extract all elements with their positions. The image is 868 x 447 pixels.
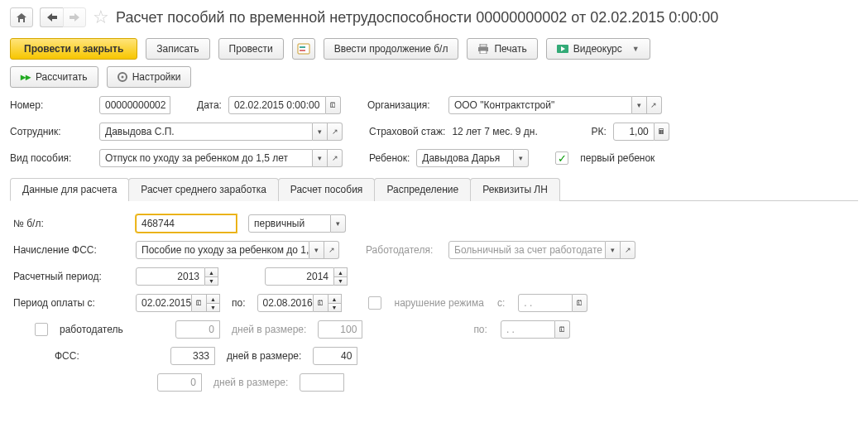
- calendar-icon: 🗓: [555, 320, 570, 339]
- violation-to-label: по:: [473, 324, 487, 335]
- svg-rect-5: [480, 50, 487, 54]
- page-title: Расчет пособий по временной нетрудоспосо…: [116, 9, 718, 26]
- gear-icon: [117, 72, 127, 82]
- dropdown-icon[interactable]: ▾: [632, 96, 647, 114]
- calendar-icon[interactable]: 🗓: [192, 294, 207, 312]
- fss-charge-field[interactable]: Пособие по уходу за ребенком до 1,5 ▾ ↗: [136, 241, 339, 259]
- dropdown-icon[interactable]: ▾: [331, 214, 346, 233]
- first-child-checkbox[interactable]: ✓: [555, 151, 568, 165]
- first-child-label: первый ребенок: [580, 152, 655, 164]
- child-label: Ребенок:: [369, 152, 410, 164]
- days-label: дней в размере:: [232, 324, 306, 335]
- pay-to-field[interactable]: 02.08.2016 🗓 ▲▼: [257, 294, 342, 312]
- pay-period-label: Период оплаты с:: [13, 297, 129, 309]
- svg-point-8: [121, 76, 123, 79]
- row3-pct-field: [300, 373, 344, 392]
- violation-from-field: . . 🗓: [518, 294, 587, 312]
- open-icon[interactable]: ↗: [324, 241, 339, 259]
- calc-icon[interactable]: 🖩: [655, 123, 669, 141]
- days-label: дней в размере:: [213, 377, 288, 388]
- pay-from-field[interactable]: 02.02.2015 🗓 ▲▼: [136, 294, 220, 312]
- continue-button[interactable]: Ввести продолжение б/л: [324, 38, 459, 60]
- benefit-field[interactable]: Отпуск по уходу за ребенком до 1,5 лет ▾…: [99, 149, 343, 167]
- employer-row-label: работодатель: [60, 324, 142, 335]
- print-button[interactable]: Печать: [467, 38, 537, 60]
- benefit-label: Вид пособия:: [10, 152, 93, 164]
- spin-up-icon[interactable]: ▲: [334, 267, 348, 276]
- date-label: Дата:: [197, 99, 222, 111]
- violation-checkbox: [368, 296, 381, 310]
- employer-pct-field: 100: [318, 320, 362, 339]
- svg-rect-0: [298, 44, 309, 54]
- tab-calc-data[interactable]: Данные для расчета: [10, 178, 129, 201]
- fss-charge-label: Начисление ФСС:: [13, 244, 129, 256]
- forward-button[interactable]: [63, 7, 86, 27]
- days-label: дней в размере:: [227, 350, 301, 362]
- bl-label: № б/л:: [13, 218, 129, 229]
- calculate-button[interactable]: ▸▸ Рассчитать: [10, 66, 98, 88]
- open-icon[interactable]: ↗: [647, 96, 662, 114]
- period-label: Расчетный период:: [13, 271, 129, 282]
- dropdown-icon[interactable]: ▾: [514, 149, 529, 167]
- fss-pct-field[interactable]: 40: [313, 347, 357, 365]
- employer-checkbox[interactable]: [35, 323, 48, 336]
- submit-button[interactable]: Провести: [218, 38, 284, 60]
- spin-up-icon[interactable]: ▲: [328, 294, 342, 303]
- employee-field[interactable]: Давыдова С.П. ▾ ↗: [99, 123, 343, 141]
- spin-down-icon[interactable]: ▼: [328, 303, 342, 312]
- video-button[interactable]: Видеокурс▼: [546, 38, 650, 60]
- spin-up-icon[interactable]: ▲: [207, 294, 220, 303]
- spin-down-icon[interactable]: ▼: [205, 276, 218, 286]
- tab-distribution[interactable]: Распределение: [374, 178, 471, 201]
- rk-label: РК:: [591, 126, 606, 137]
- play-icon: ▸▸: [21, 71, 31, 83]
- org-label: Организация:: [367, 99, 442, 111]
- dropdown-icon[interactable]: ▾: [313, 149, 328, 167]
- tab-ln-details[interactable]: Реквизиты ЛН: [470, 178, 560, 201]
- bl-type-field[interactable]: первичный ▾: [248, 214, 346, 233]
- employer-charge-field: Больничный за счет работодате ▾ ↗: [448, 241, 635, 259]
- period-to-field[interactable]: 2014 ▲▼: [265, 267, 348, 286]
- svg-rect-2: [300, 50, 305, 51]
- settings-button[interactable]: Настройки: [107, 66, 192, 88]
- employer-charge-label: Работодателя:: [366, 244, 442, 256]
- employee-label: Сотрудник:: [10, 126, 93, 137]
- date-field[interactable]: 02.02.2015 0:00:00 🗓: [228, 96, 341, 114]
- svg-rect-1: [300, 46, 305, 48]
- employer-days-field: 0: [175, 320, 220, 339]
- number-field[interactable]: 00000000002: [99, 96, 170, 114]
- org-field[interactable]: ООО "Контрактстрой" ▾ ↗: [448, 96, 662, 114]
- dropdown-icon[interactable]: ▾: [313, 123, 328, 141]
- calendar-icon: 🗓: [573, 294, 587, 312]
- child-field[interactable]: Давыдова Дарья ▾: [416, 149, 529, 167]
- open-icon[interactable]: ↗: [328, 123, 343, 141]
- open-icon[interactable]: ↗: [328, 149, 343, 167]
- spin-down-icon[interactable]: ▼: [334, 276, 348, 286]
- spin-down-icon[interactable]: ▼: [207, 303, 220, 312]
- violation-from-label: с:: [497, 297, 505, 309]
- rk-field[interactable]: 1,00 🖩: [613, 123, 669, 141]
- svg-rect-4: [480, 44, 487, 47]
- tab-benefit-calc[interactable]: Расчет пособия: [278, 178, 376, 201]
- movements-button[interactable]: [292, 38, 315, 60]
- period-from-field[interactable]: 2013 ▲▼: [136, 267, 218, 286]
- fss-row-label: ФСС:: [55, 350, 137, 362]
- submit-close-button[interactable]: Провести и закрыть: [10, 38, 137, 60]
- video-icon: [557, 45, 568, 53]
- stazh-value: 12 лет 7 мес. 9 дн.: [452, 126, 584, 137]
- back-button[interactable]: [40, 7, 63, 27]
- save-button[interactable]: Записать: [146, 38, 209, 60]
- dropdown-icon: ▾: [606, 241, 621, 259]
- dropdown-icon[interactable]: ▾: [309, 241, 324, 259]
- open-icon: ↗: [621, 241, 635, 259]
- calendar-icon[interactable]: 🗓: [314, 294, 328, 312]
- calendar-icon[interactable]: 🗓: [326, 96, 341, 114]
- spin-up-icon[interactable]: ▲: [205, 267, 218, 276]
- favorite-icon[interactable]: ☆: [93, 7, 109, 28]
- home-button[interactable]: [10, 7, 33, 27]
- bl-number-field[interactable]: 468744: [136, 214, 237, 233]
- tab-avg-earnings[interactable]: Расчет среднего заработка: [128, 178, 279, 201]
- fss-days-field[interactable]: 333: [170, 347, 215, 365]
- number-label: Номер:: [10, 99, 93, 111]
- row3-days-field: 0: [157, 373, 202, 392]
